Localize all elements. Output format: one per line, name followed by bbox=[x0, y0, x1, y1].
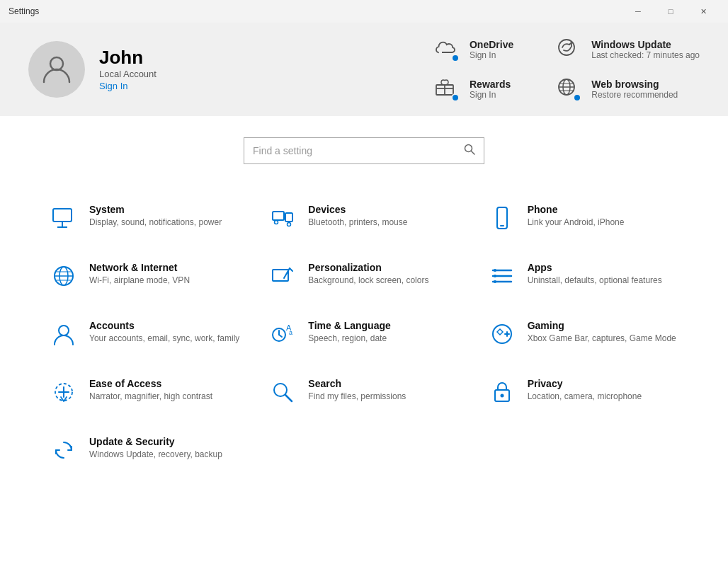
phone-text: Phone Link your Android, iPhone bbox=[528, 204, 625, 229]
rewards-icon-wrap bbox=[434, 76, 460, 102]
time-sub: Speech, region, date bbox=[308, 333, 390, 345]
account-type: Local Account bbox=[99, 69, 157, 79]
svg-line-6 bbox=[472, 151, 475, 155]
settings-item-devices[interactable]: Devices Bluetooth, printers, mouse bbox=[261, 192, 466, 243]
phone-icon bbox=[488, 204, 516, 232]
maximize-button[interactable]: □ bbox=[654, 0, 687, 23]
app-title: Settings bbox=[8, 6, 39, 16]
settings-item-update[interactable]: Update & Security Windows Update, recove… bbox=[42, 425, 247, 476]
settings-grid: System Display, sound, notifications, po… bbox=[42, 192, 686, 476]
ease-sub: Narrator, magnifier, high contrast bbox=[89, 391, 212, 403]
update-sub: Windows Update, recovery, backup bbox=[89, 449, 222, 461]
avatar bbox=[28, 41, 85, 98]
webbrowsing-service[interactable]: Web browsing Restore recommended bbox=[556, 76, 700, 102]
settings-item-gaming[interactable]: Gaming Xbox Game Bar, captures, Game Mod… bbox=[481, 309, 686, 360]
svg-line-31 bbox=[279, 335, 282, 337]
apps-sub: Uninstall, defaults, optional features bbox=[528, 275, 662, 287]
system-sub: Display, sound, notifications, power bbox=[89, 217, 222, 229]
gaming-text: Gaming Xbox Game Bar, captures, Game Mod… bbox=[528, 320, 676, 345]
svg-rect-10 bbox=[273, 212, 284, 220]
svg-point-26 bbox=[494, 275, 496, 277]
main-content: System Display, sound, notifications, po… bbox=[0, 116, 728, 569]
svg-rect-11 bbox=[285, 213, 292, 222]
devices-sub: Bluetooth, printers, mouse bbox=[308, 217, 407, 229]
network-icon bbox=[50, 262, 78, 290]
settings-item-apps[interactable]: Apps Uninstall, defaults, optional featu… bbox=[481, 251, 686, 301]
search-icon bbox=[464, 144, 475, 155]
search-button[interactable] bbox=[464, 144, 475, 158]
svg-point-12 bbox=[288, 223, 291, 226]
personalization-sub: Background, lock screen, colors bbox=[308, 275, 428, 287]
settings-item-phone[interactable]: Phone Link your Android, iPhone bbox=[481, 192, 686, 243]
accounts-icon bbox=[50, 320, 78, 348]
svg-point-27 bbox=[494, 280, 496, 283]
svg-point-43 bbox=[500, 394, 504, 398]
close-button[interactable]: ✕ bbox=[687, 0, 720, 23]
time-title: Time & Language bbox=[308, 320, 390, 331]
settings-item-network[interactable]: Network & Internet Wi-Fi, airplane mode,… bbox=[42, 251, 247, 301]
webbrowsing-icon-wrap bbox=[556, 76, 581, 102]
privacy-text: Privacy Location, camera, microphone bbox=[528, 378, 642, 403]
windowsupdate-service[interactable]: Windows Update Last checked: 7 minutes a… bbox=[556, 37, 700, 62]
settings-item-ease[interactable]: Ease of Access Narrator, magnifier, high… bbox=[42, 367, 247, 418]
webbrowsing-text: Web browsing Restore recommended bbox=[591, 79, 678, 100]
update-text: Update & Security Windows Update, recove… bbox=[89, 436, 222, 461]
profile-sign-in-link[interactable]: Sign In bbox=[99, 81, 127, 91]
apps-icon bbox=[488, 262, 516, 290]
window-controls: ─ □ ✕ bbox=[622, 0, 720, 23]
webbrowsing-name: Web browsing bbox=[591, 79, 678, 90]
settings-item-accounts[interactable]: Accounts Your accounts, email, sync, wor… bbox=[42, 309, 247, 360]
privacy-sub: Location, camera, microphone bbox=[528, 391, 642, 403]
phone-sub: Link your Android, iPhone bbox=[528, 217, 625, 229]
search-input[interactable] bbox=[253, 145, 464, 156]
rewards-service[interactable]: Rewards Sign In bbox=[434, 76, 513, 102]
ease-title: Ease of Access bbox=[89, 378, 212, 389]
accounts-title: Accounts bbox=[89, 320, 239, 331]
webbrowsing-sub: Restore recommended bbox=[591, 90, 678, 100]
time-text: Time & Language Speech, region, date bbox=[308, 320, 390, 345]
onedrive-sub: Sign In bbox=[470, 50, 513, 60]
search-setting-icon bbox=[268, 378, 297, 406]
onedrive-text: OneDrive Sign In bbox=[470, 39, 513, 60]
windowsupdate-name: Windows Update bbox=[591, 39, 700, 50]
webbrowsing-dot bbox=[573, 93, 581, 102]
network-sub: Wi-Fi, airplane mode, VPN bbox=[89, 275, 190, 287]
onedrive-dot bbox=[451, 54, 460, 62]
privacy-title: Privacy bbox=[528, 378, 642, 389]
svg-text:a: a bbox=[289, 329, 292, 336]
apps-title: Apps bbox=[528, 262, 662, 273]
settings-item-search[interactable]: Search Find my files, permissions bbox=[261, 367, 466, 418]
gaming-title: Gaming bbox=[528, 320, 676, 331]
svg-point-0 bbox=[50, 57, 63, 70]
title-bar: Settings ─ □ ✕ bbox=[0, 0, 728, 23]
settings-item-system[interactable]: System Display, sound, notifications, po… bbox=[42, 192, 247, 243]
settings-item-time[interactable]: A a Time & Language Speech, region, date bbox=[261, 309, 466, 360]
settings-item-personalization[interactable]: Personalization Background, lock screen,… bbox=[261, 251, 466, 301]
system-text: System Display, sound, notifications, po… bbox=[89, 204, 222, 229]
gaming-icon bbox=[488, 320, 516, 348]
accounts-text: Accounts Your accounts, email, sync, wor… bbox=[89, 320, 239, 345]
devices-text: Devices Bluetooth, printers, mouse bbox=[308, 204, 407, 229]
onedrive-icon-wrap bbox=[434, 37, 460, 62]
settings-item-privacy[interactable]: Privacy Location, camera, microphone bbox=[481, 367, 686, 418]
svg-point-2 bbox=[559, 40, 574, 55]
system-icon bbox=[50, 204, 78, 232]
user-avatar-icon bbox=[41, 52, 72, 86]
svg-point-13 bbox=[275, 221, 278, 224]
search-sub: Find my files, permissions bbox=[308, 391, 406, 403]
system-title: System bbox=[89, 204, 222, 215]
minimize-button[interactable]: ─ bbox=[622, 0, 654, 23]
windowsupdate-sub: Last checked: 7 minutes ago bbox=[591, 50, 700, 60]
personalization-text: Personalization Background, lock screen,… bbox=[308, 262, 428, 287]
search-bar-wrap bbox=[42, 137, 686, 164]
personalization-title: Personalization bbox=[308, 262, 428, 273]
apps-text: Apps Uninstall, defaults, optional featu… bbox=[528, 262, 662, 287]
onedrive-name: OneDrive bbox=[470, 39, 513, 50]
windowsupdate-text: Windows Update Last checked: 7 minutes a… bbox=[591, 39, 700, 60]
service-col-2: Windows Update Last checked: 7 minutes a… bbox=[556, 37, 700, 102]
privacy-icon bbox=[488, 378, 516, 406]
accounts-sub: Your accounts, email, sync, work, family bbox=[89, 333, 239, 345]
windows-update-icon bbox=[556, 37, 577, 58]
onedrive-service[interactable]: OneDrive Sign In bbox=[434, 37, 513, 62]
header-services: OneDrive Sign In Rewards bbox=[434, 37, 700, 102]
